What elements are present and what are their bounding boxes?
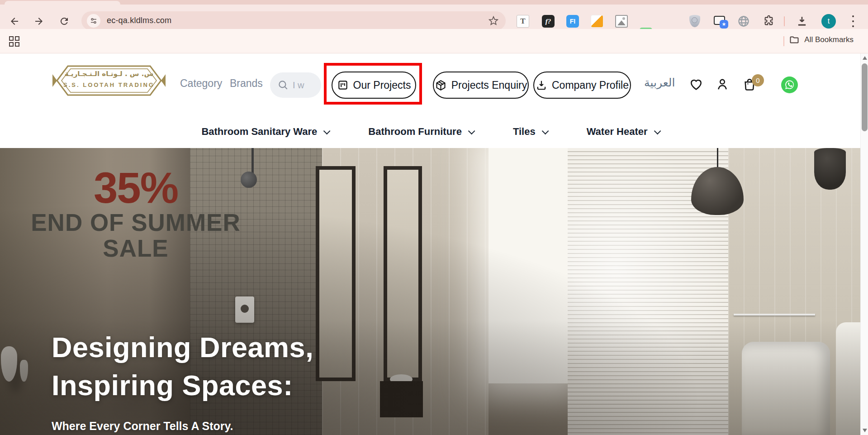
- logo-hexagon: [52, 62, 166, 99]
- projects-enquiry-button[interactable]: Projects Enquiry: [433, 72, 529, 99]
- download-icon: [796, 15, 808, 27]
- wishlist-button[interactable]: [689, 77, 703, 91]
- ext-font-finder-icon[interactable]: f?: [542, 15, 555, 28]
- folder-icon: [789, 34, 800, 45]
- nav-item-bathroom-furniture[interactable]: Bathroom Furniture: [368, 126, 473, 138]
- chevron-down-icon: [654, 127, 661, 134]
- package-box-icon: [435, 79, 447, 91]
- back-button[interactable]: [9, 16, 20, 27]
- cart-count-badge: 0: [752, 74, 764, 86]
- nav-label: Water Heater: [587, 126, 648, 138]
- whatsapp-button[interactable]: [781, 76, 798, 93]
- nav-item-tiles[interactable]: Tiles: [513, 126, 547, 138]
- reload-button[interactable]: [59, 16, 70, 27]
- active-tab[interactable]: [5, 1, 120, 5]
- toolbar-separator: [784, 16, 785, 26]
- heart-icon: [689, 77, 703, 91]
- all-bookmarks-label: All Bookmarks: [804, 35, 854, 44]
- site-header: س. س . لـوتـاه الـتـجـاريـة S.S. LOOTAH …: [0, 53, 860, 115]
- logo-name-text: S.S. LOOTAH TRADING: [52, 81, 166, 88]
- bookmark-star-button[interactable]: [489, 16, 498, 26]
- shield-orb: [692, 17, 697, 23]
- forward-icon: [33, 16, 44, 27]
- ext-text-tool-icon[interactable]: T: [517, 15, 529, 28]
- nav-label: Bathroom Sanitary Ware: [201, 126, 317, 138]
- scrollbar-up-arrow[interactable]: [863, 56, 867, 60]
- hero-promo-block: 35% END OF SUMMER SALE: [9, 166, 262, 261]
- browser-menu-button[interactable]: [852, 15, 854, 27]
- downloads-button[interactable]: [796, 15, 808, 27]
- ext-fonts-ninja-icon[interactable]: FI: [566, 15, 579, 28]
- projects-enquiry-label: Projects Enquiry: [451, 79, 527, 91]
- ext-text-glyph: T: [520, 17, 525, 26]
- search-icon: [277, 79, 289, 91]
- ext-shield-icon[interactable]: [689, 15, 700, 27]
- nav-item-water-heater[interactable]: Water Heater: [587, 126, 659, 138]
- company-profile-button[interactable]: Company Profile: [533, 72, 631, 99]
- ext-fq-glyph: f?: [545, 18, 551, 25]
- hero-tagline: Where Every Corner Tells A Story.: [52, 420, 233, 433]
- site-info-button[interactable]: [87, 14, 100, 28]
- chevron-down-icon: [323, 127, 331, 134]
- star-badge: ★: [720, 20, 728, 29]
- url-text[interactable]: ec-qa.kldlms.com: [107, 16, 171, 25]
- category-nav: Bathroom Sanitary Ware Bathroom Furnitur…: [0, 115, 860, 148]
- screen: ec-qa.kldlms.com T f? FI ★ t: [0, 0, 868, 435]
- bookmarks-separator: [783, 36, 784, 46]
- chevron-down-icon: [541, 127, 549, 134]
- chevron-down-icon: [468, 127, 475, 134]
- ext-globe-icon[interactable]: [737, 15, 750, 28]
- apps-grid-button[interactable]: [9, 36, 20, 47]
- mountain-glyph: [617, 20, 626, 25]
- browser-toolbar: ec-qa.kldlms.com T f? FI ★ t: [0, 5, 868, 29]
- search-box[interactable]: [270, 72, 321, 98]
- scrollbar-down-arrow[interactable]: [863, 429, 867, 432]
- nav-label: Bathroom Furniture: [368, 126, 462, 138]
- all-bookmarks-button[interactable]: All Bookmarks: [789, 34, 854, 45]
- hero-banner: 35% END OF SUMMER SALE Designing Dreams,…: [0, 148, 860, 435]
- person-icon: [715, 77, 730, 91]
- hero-discount-text: 35%: [9, 166, 262, 210]
- browser-tab-strip: [0, 0, 868, 5]
- address-bar[interactable]: ec-qa.kldlms.com: [81, 11, 506, 30]
- category-link[interactable]: Category: [180, 77, 222, 90]
- hero-sale-line2: SALE: [9, 235, 262, 261]
- star-icon: [489, 16, 498, 26]
- ext-fi-glyph: FI: [570, 18, 575, 25]
- nav-item-bathroom-sanitary-ware[interactable]: Bathroom Sanitary Ware: [201, 126, 328, 138]
- scrollbar-thumb[interactable]: [862, 63, 868, 131]
- nav-label: Tiles: [513, 126, 536, 138]
- page-scrollbar[interactable]: [860, 53, 868, 435]
- ext-mail-icon[interactable]: [591, 15, 603, 28]
- site-info-icon: [90, 17, 98, 25]
- ext-screenshot-icon[interactable]: ★: [714, 16, 725, 25]
- whatsapp-icon: [781, 76, 798, 93]
- search-input[interactable]: [293, 80, 316, 91]
- reload-icon: [59, 16, 70, 27]
- profile-avatar[interactable]: t: [821, 14, 836, 29]
- extensions-puzzle-icon[interactable]: [763, 15, 775, 27]
- language-switch-link[interactable]: العربية: [644, 76, 675, 89]
- ext-image-icon[interactable]: [615, 15, 628, 28]
- account-button[interactable]: [715, 77, 730, 91]
- hero-sale-line1: END OF SUMMER: [9, 210, 262, 235]
- brands-link[interactable]: Brands: [230, 77, 263, 90]
- bookmarks-bar: All Bookmarks: [0, 29, 868, 53]
- avatar-letter: t: [828, 17, 830, 25]
- hero-heading-line1: Designing Dreams,: [52, 328, 313, 366]
- forward-button[interactable]: [33, 16, 44, 27]
- hero-heading-line2: Inspiring Spaces:: [52, 366, 313, 404]
- company-profile-label: Company Profile: [552, 79, 629, 91]
- back-icon: [9, 16, 20, 27]
- logo-arabic-text: س. س . لـوتـاه الـتـجـاريـة: [52, 70, 166, 78]
- annotation-highlight-box: [324, 63, 422, 105]
- download-profile-icon: [536, 79, 547, 91]
- sun-glyph: [622, 17, 625, 20]
- hero-heading: Designing Dreams, Inspiring Spaces:: [52, 328, 313, 404]
